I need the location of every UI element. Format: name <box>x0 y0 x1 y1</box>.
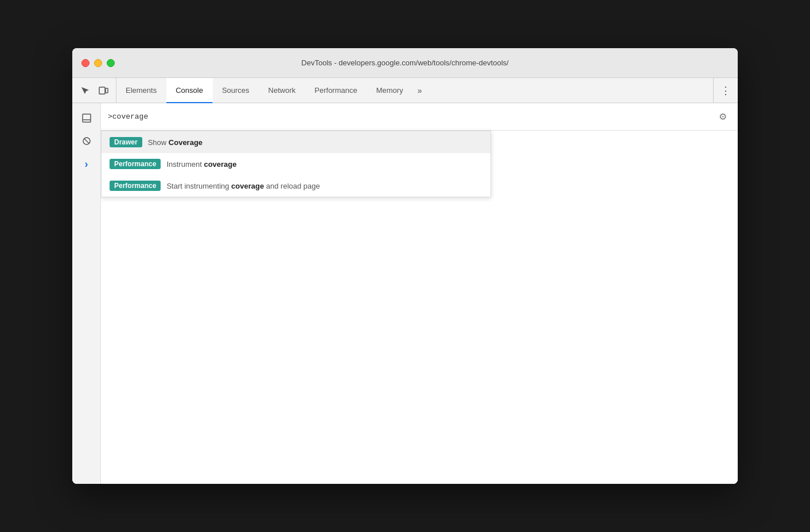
clear-console-icon[interactable] <box>76 131 97 151</box>
tab-network[interactable]: Network <box>259 78 306 103</box>
traffic-lights <box>81 59 115 67</box>
tab-performance[interactable]: Performance <box>305 78 367 103</box>
close-button[interactable] <box>81 59 89 67</box>
console-input[interactable]: >coverage <box>108 112 731 121</box>
devtools-window: DevTools - developers.google.com/web/too… <box>72 48 738 484</box>
tab-elements[interactable]: Elements <box>116 78 166 103</box>
expand-sidebar-icon[interactable]: › <box>76 154 97 174</box>
tab-items: Elements Console Sources Network Perform… <box>116 78 713 103</box>
autocomplete-item-3[interactable]: Performance Start instrumenting coverage… <box>102 175 490 197</box>
more-menu-button[interactable]: ⋮ <box>718 82 733 99</box>
autocomplete-text-3: Start instrumenting coverage and reload … <box>166 182 320 190</box>
window-title: DevTools - developers.google.com/web/too… <box>301 58 508 67</box>
svg-rect-0 <box>99 87 105 94</box>
content-area: >coverage ⚙ Drawer Show Coverage P <box>101 103 738 484</box>
tab-bar: Elements Console Sources Network Perform… <box>72 78 738 103</box>
settings-icon[interactable]: ⚙ <box>715 109 731 125</box>
autocomplete-dropdown: Drawer Show Coverage Performance Instrum… <box>101 131 491 197</box>
tab-memory[interactable]: Memory <box>367 78 413 103</box>
badge-performance-2: Performance <box>110 181 161 191</box>
badge-performance-1: Performance <box>110 159 161 169</box>
svg-rect-1 <box>106 88 108 93</box>
svg-line-5 <box>84 139 89 143</box>
maximize-button[interactable] <box>107 59 115 67</box>
minimize-button[interactable] <box>94 59 102 67</box>
tab-console[interactable]: Console <box>166 78 213 103</box>
autocomplete-text-1: Show Coverage <box>148 138 202 147</box>
tab-bar-left-icons <box>72 78 116 103</box>
svg-rect-2 <box>83 114 91 122</box>
tab-overflow-button[interactable]: » <box>413 78 427 103</box>
title-bar: DevTools - developers.google.com/web/too… <box>72 48 738 78</box>
autocomplete-item-2[interactable]: Performance Instrument coverage <box>102 153 490 175</box>
autocomplete-item-1[interactable]: Drawer Show Coverage <box>102 131 490 153</box>
device-toolbar-icon[interactable] <box>95 83 111 99</box>
tab-sources[interactable]: Sources <box>213 78 259 103</box>
sidebar: › <box>72 103 101 484</box>
autocomplete-text-2: Instrument coverage <box>166 160 236 169</box>
inspect-element-icon[interactable] <box>77 83 93 99</box>
badge-drawer: Drawer <box>110 137 142 147</box>
main-area: › >coverage ⚙ Drawer Show Coverage <box>72 103 738 484</box>
console-input-bar: >coverage ⚙ Drawer Show Coverage P <box>101 103 738 131</box>
drawer-toggle-icon[interactable] <box>76 108 97 128</box>
tab-bar-right: ⋮ <box>713 78 738 103</box>
